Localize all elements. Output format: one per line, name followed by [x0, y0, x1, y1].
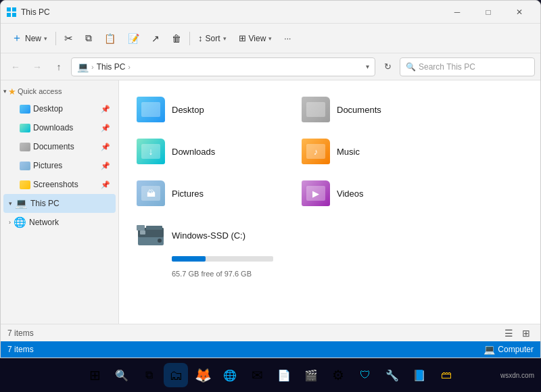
cut-button[interactable]: ✂ — [59, 28, 78, 49]
taskbar-search-icon[interactable]: 🔍 — [110, 363, 134, 387]
sidebar-item-network[interactable]: › 🌐 Network — [3, 213, 116, 232]
sidebar-item-screenshots[interactable]: Screenshots 📌 — [3, 175, 116, 194]
taskbar-defender-icon[interactable]: 🛡 — [353, 363, 377, 387]
file-area: Desktop Documents ↓ Downloads — [119, 80, 540, 324]
sort-button[interactable]: ↕ Sort ▾ — [193, 28, 232, 49]
sidebar-item-pictures[interactable]: Pictures 📌 — [3, 156, 116, 175]
copy-icon: ⧉ — [85, 32, 92, 44]
drive-bar-fill — [172, 256, 206, 262]
taskbar-tool-icon[interactable]: 🔧 — [380, 363, 404, 387]
file-item-music[interactable]: ♪ Music — [295, 133, 454, 170]
window-controls: ─ □ ✕ — [442, 1, 535, 24]
downloads-pin-icon: 📌 — [101, 124, 110, 132]
sidebar-item-desktop[interactable]: Desktop 📌 — [3, 99, 116, 118]
taskbar-word-icon[interactable]: 📘 — [407, 363, 431, 387]
quick-access-star-icon: ★ — [8, 87, 16, 97]
path-dropdown-icon[interactable]: ▾ — [366, 63, 369, 70]
file-item-pictures[interactable]: 🏔 Pictures — [130, 175, 289, 212]
minimize-button[interactable]: ─ — [442, 1, 473, 24]
rename-button[interactable]: 📝 — [122, 28, 145, 49]
list-view-toggle[interactable]: ☰ — [501, 326, 516, 341]
thispc-icon: 💻 — [15, 197, 28, 210]
view-toggles: ☰ ⊞ — [501, 326, 534, 341]
sort-label: Sort — [206, 34, 220, 43]
paste-icon: 📋 — [104, 33, 116, 44]
drive-icon — [137, 222, 165, 248]
search-icon: 🔍 — [406, 62, 416, 72]
desktop-label: Desktop — [172, 105, 204, 115]
svg-rect-1 — [12, 7, 16, 11]
toolbar-separator-1 — [55, 32, 56, 45]
bottom-status-bar: 7 items 💻 Computer — [1, 341, 540, 358]
thispc-expand-icon: ▾ — [9, 200, 12, 207]
taskbar-folder2-icon[interactable]: 🗃 — [434, 363, 458, 387]
title-bar: This PC ─ □ ✕ — [1, 1, 540, 24]
quick-access-expand-icon: ▾ — [3, 88, 7, 95]
window-icon — [6, 7, 17, 18]
sidebar-item-downloads[interactable]: Downloads 📌 — [3, 118, 116, 137]
taskbar-edge-icon[interactable]: 🌐 — [218, 363, 242, 387]
toolbar-separator-2 — [189, 32, 190, 45]
maximize-button[interactable]: □ — [473, 1, 504, 24]
taskbar-start-button[interactable]: ⊞ — [83, 363, 107, 387]
sidebar-network-label: Network — [29, 218, 59, 227]
toolbar: ＋ New ▾ ✂ ⧉ 📋 📝 ↗ 🗑 ↕ Sort ▾ ⊞ — [1, 24, 540, 53]
view-icon: ⊞ — [239, 33, 246, 43]
pictures-folder-icon — [20, 162, 30, 170]
forward-button[interactable]: → — [28, 57, 47, 76]
sidebar-screenshots-label: Screenshots — [33, 180, 78, 189]
file-grid: Desktop Documents ↓ Downloads — [130, 91, 454, 283]
taskbar-settings-icon[interactable]: ⚙ — [326, 363, 350, 387]
refresh-button[interactable]: ↻ — [378, 57, 397, 76]
taskbar: ⊞ 🔍 ⧉ 🗂 🦊 🌐 ✉ 📄 🎬 ⚙ 🛡 🔧 📘 🗃 wsxdn.com — [0, 358, 541, 392]
file-item-desktop[interactable]: Desktop — [130, 91, 289, 128]
svg-rect-3 — [12, 13, 16, 17]
wsxdn-label: wsxdn.com — [500, 372, 534, 379]
search-placeholder: Search This PC — [419, 62, 475, 72]
taskbar-files-icon[interactable]: 🗂 — [164, 363, 188, 387]
computer-icon: 💻 — [484, 344, 495, 355]
share-button[interactable]: ↗ — [146, 28, 165, 49]
file-item-drive-c[interactable]: Windows-SSD (C:) 65.7 GB free of 97.6 GB — [130, 217, 289, 283]
path-separator-2: › — [128, 63, 131, 71]
drive-info: 65.7 GB free of 97.6 GB — [172, 270, 252, 278]
bottom-right: 💻 Computer — [484, 344, 534, 355]
videos-label: Videos — [337, 189, 364, 199]
close-button[interactable]: ✕ — [504, 1, 535, 24]
copy-button[interactable]: ⧉ — [80, 28, 97, 49]
status-bar: 7 items ☰ ⊞ — [1, 324, 540, 341]
paste-button[interactable]: 📋 — [99, 28, 121, 49]
sidebar-thispc-label: This PC — [30, 199, 60, 208]
up-button[interactable]: ↑ — [49, 57, 68, 76]
back-button[interactable]: ← — [6, 57, 25, 76]
more-button[interactable]: ··· — [279, 28, 296, 49]
location-label: Computer — [498, 345, 534, 354]
sidebar-documents-label: Documents — [33, 142, 74, 151]
documents-pin-icon: 📌 — [101, 143, 110, 151]
cut-icon: ✂ — [64, 32, 73, 45]
svg-rect-7 — [140, 230, 145, 235]
sidebar-desktop-label: Desktop — [33, 104, 63, 114]
new-chevron-icon: ▾ — [44, 35, 47, 42]
taskbar-office-icon[interactable]: 📄 — [272, 363, 296, 387]
path-this-pc: This PC — [97, 62, 126, 72]
documents-folder-icon — [20, 143, 30, 151]
downloads-label: Downloads — [172, 147, 215, 157]
sidebar-item-documents[interactable]: Documents 📌 — [3, 137, 116, 156]
quick-access-header[interactable]: ▾ ★ Quick access — [1, 83, 118, 99]
search-box[interactable]: 🔍 Search This PC — [400, 57, 535, 76]
delete-button[interactable]: 🗑 — [166, 28, 187, 49]
address-path[interactable]: 💻 › This PC › ▾ — [71, 57, 375, 76]
taskbar-taskview-icon[interactable]: ⧉ — [137, 363, 161, 387]
file-item-videos[interactable]: ▶ Videos — [295, 175, 454, 212]
grid-view-toggle[interactable]: ⊞ — [519, 326, 534, 341]
file-item-documents[interactable]: Documents — [295, 91, 454, 128]
documents-icon — [302, 97, 330, 122]
taskbar-firefox-icon[interactable]: 🦊 — [191, 363, 215, 387]
new-button[interactable]: ＋ New ▾ — [6, 28, 53, 49]
view-button[interactable]: ⊞ View ▾ — [233, 28, 278, 49]
sidebar-item-thispc[interactable]: ▾ 💻 This PC — [3, 194, 116, 213]
file-item-downloads[interactable]: ↓ Downloads — [130, 133, 289, 170]
taskbar-vlc-icon[interactable]: 🎬 — [299, 363, 323, 387]
taskbar-mail-icon[interactable]: ✉ — [245, 363, 269, 387]
